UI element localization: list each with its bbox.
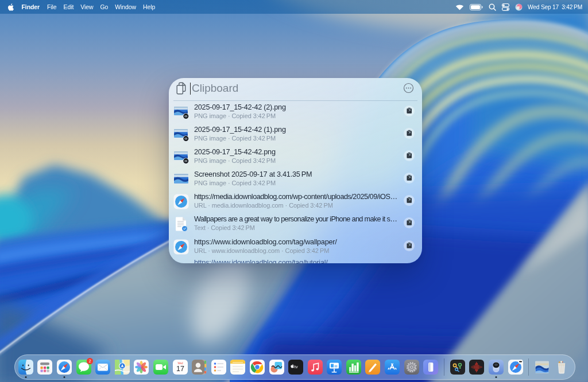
svg-text:Wed: Wed — [177, 362, 183, 365]
svg-text:tv: tv — [295, 364, 298, 369]
svg-text:17: 17 — [176, 365, 184, 373]
